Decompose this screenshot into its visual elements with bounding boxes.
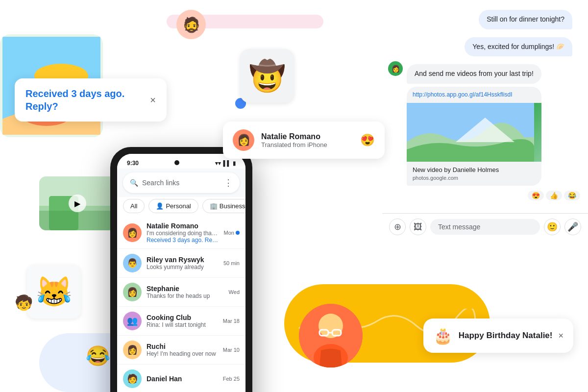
phone-mockup: 9:30 ▾▾ ▌▌ ▮ 🔍 Search links ⋮ All 👤 Pers… (110, 147, 252, 392)
msg-sender-avatar: 👩 (388, 61, 403, 76)
search-input[interactable]: Search links (142, 179, 220, 187)
contact-info-stephanie: Stephanie Thanks for the heads up (147, 285, 224, 299)
contact-avatar-cooking-club: 👥 (123, 312, 142, 330)
filter-all-label: All (130, 202, 137, 210)
more-options-icon[interactable]: ⋮ (224, 177, 233, 188)
contact-info-riley: Riley van Ryswyk Looks yummy already (147, 256, 219, 270)
natalie-info: Natalie Romano Translated from iPhone (261, 132, 353, 148)
signal-icon: ▌▌ (223, 160, 231, 166)
contact-time-natalie: Mon (224, 230, 240, 236)
contact-item-natalie[interactable]: 👩 Natalie Romano I'm considering doing t… (117, 217, 245, 249)
contact-info-ruchi: Ruchi Hey! I'm heading over now (147, 343, 218, 357)
link-title: New video by Danielle Holmes (413, 166, 536, 174)
contact-avatar-natalie: 👩 (123, 223, 142, 242)
person-avatar-bottom (299, 304, 363, 368)
natalie-name: Natalie Romano (261, 132, 353, 141)
contact-preview-cooking-club: Rina: I will start tonight (147, 321, 218, 328)
reminder-close-button[interactable]: × (150, 95, 156, 106)
link-preview-info: New video by Danielle Holmes photos.goog… (407, 162, 541, 186)
natalie-subtitle: Translated from iPhone (261, 141, 353, 148)
msg-row-3: 👩 And send me videos from your last trip… (388, 61, 582, 189)
natalie-contact-card: 👩 Natalie Romano Translated from iPhone … (223, 122, 385, 159)
contact-avatar-ruchi: 👩 (123, 341, 142, 359)
play-button[interactable]: ▶ (69, 195, 86, 212)
contact-time-riley: 50 min (223, 260, 240, 266)
birthday-notification-card: 🎂 Happy Birthday Natalie! × (423, 318, 573, 353)
contact-time-cooking-club: Mar 18 (223, 318, 240, 324)
cowboy-cat-card: 🤠 (240, 49, 294, 103)
contact-time-stephanie: Wed (229, 289, 240, 295)
business-icon: 🏢 (210, 202, 218, 210)
messages-thread: Still on for dinner tonight? Yes, excite… (382, 0, 588, 213)
contact-item-cooking-club[interactable]: 👥 Cooking Club Rina: I will start tonigh… (117, 307, 245, 336)
contact-avatar-daniel: 🧑 (123, 369, 142, 388)
link-preview-image (407, 103, 541, 162)
msg-bubble-1: Still on for dinner tonight? (479, 10, 572, 29)
contact-preview-stephanie: Thanks for the heads up (147, 293, 224, 299)
phone-screen: 9:30 ▾▾ ▌▌ ▮ 🔍 Search links ⋮ All 👤 Pers… (117, 154, 245, 392)
contact-item-ruchi[interactable]: 👩 Ruchi Hey! I'm heading over now Mar 10 (117, 336, 245, 365)
reminder-card: Received 3 days ago. Reply? × (15, 78, 167, 122)
contact-name-stephanie: Stephanie (147, 285, 224, 293)
birthday-close-button[interactable]: × (558, 331, 564, 341)
contact-alert-natalie: Received 3 days ago. Reply? (147, 237, 219, 244)
contact-info-daniel: Daniel Han (147, 375, 218, 383)
status-icons: ▾▾ ▌▌ ▮ (215, 160, 236, 167)
small-person-sticker: 🧒 (15, 294, 33, 311)
contact-avatar-riley: 👨 (123, 254, 142, 272)
filter-business-label: Business (220, 202, 245, 210)
link-url: http://photos.app.goo.gl/af14HsskflisdI (407, 87, 541, 103)
reaction-2[interactable]: 👍 (546, 191, 562, 200)
video-card: ▶ (39, 176, 115, 230)
cat-sticker-card: 😹 (27, 265, 81, 318)
search-bar[interactable]: 🔍 Search links ⋮ (123, 172, 240, 193)
filter-tab-all[interactable]: All (123, 199, 145, 213)
text-message-input[interactable]: Text message (430, 219, 540, 235)
messages-panel: Still on for dinner tonight? Yes, excite… (382, 0, 588, 240)
contact-name-cooking-club: Cooking Club (147, 314, 218, 321)
birthday-message: Happy Birthday Natalie! (459, 331, 553, 341)
front-camera (174, 160, 179, 165)
msg-row-1: Still on for dinner tonight? (390, 7, 580, 32)
reaction-1[interactable]: 😍 (528, 191, 544, 200)
contact-info-cooking-club: Cooking Club Rina: I will start tonight (147, 314, 218, 328)
contact-list: 👩 Natalie Romano I'm considering doing t… (117, 217, 245, 392)
contact-time-ruchi: Mar 10 (223, 347, 240, 353)
filter-tab-personal[interactable]: 👤 Personal (148, 199, 198, 213)
add-button[interactable]: ⊕ (389, 219, 406, 235)
mic-button[interactable]: 🎤 (564, 219, 581, 235)
reminder-text: Received 3 days ago. Reply? (25, 87, 144, 113)
contact-preview-ruchi: Hey! I'm heading over now (147, 350, 218, 357)
contact-preview-riley: Looks yummy already (147, 264, 219, 270)
birthday-cake-icon: 🎂 (433, 326, 453, 345)
battery-icon: ▮ (233, 160, 236, 167)
person-avatar-top: 🧔 (176, 10, 206, 39)
contact-info-natalie: Natalie Romano I'm considering doing tha… (147, 222, 219, 244)
filter-tab-business[interactable]: 🏢 Business (202, 199, 245, 213)
emoji-button[interactable]: 🙂 (544, 219, 561, 235)
search-icon: 🔍 (130, 179, 138, 187)
msg-row-2: Yes, excited for dumplings! 🥟 (390, 34, 580, 60)
natalie-avatar: 👩 (233, 129, 254, 151)
link-domain: photos.google.com (413, 174, 536, 182)
photo-button[interactable]: 🖼 (410, 219, 426, 235)
unread-indicator (236, 231, 240, 235)
contact-time-daniel: Feb 25 (223, 376, 240, 382)
wifi-icon: ▾▾ (215, 160, 221, 167)
personal-icon: 👤 (156, 202, 164, 210)
contact-name-natalie: Natalie Romano (147, 222, 219, 230)
natalie-reaction-emoji: 😍 (360, 133, 375, 147)
contact-item-daniel[interactable]: 🧑 Daniel Han Feb 25 (117, 365, 245, 392)
svg-rect-18 (39, 211, 115, 230)
contact-item-riley[interactable]: 👨 Riley van Ryswyk Looks yummy already 5… (117, 249, 245, 278)
msg-link-preview: http://photos.app.goo.gl/af14HsskflisdI … (407, 87, 541, 186)
laugh-emoji: 😂 (86, 344, 110, 368)
contact-name-ruchi: Ruchi (147, 343, 218, 350)
msg-bubble-3: And send me videos from your last trip! (407, 64, 541, 84)
contact-item-stephanie[interactable]: 👩 Stephanie Thanks for the heads up Wed (117, 278, 245, 307)
message-input-bar: ⊕ 🖼 Text message 🙂 🎤 (382, 213, 588, 240)
msg-bubble-2: Yes, excited for dumplings! 🥟 (465, 37, 572, 57)
status-time: 9:30 (127, 160, 139, 167)
reaction-row: 😍 👍 😂 (528, 191, 580, 200)
reaction-3[interactable]: 😂 (564, 191, 580, 200)
